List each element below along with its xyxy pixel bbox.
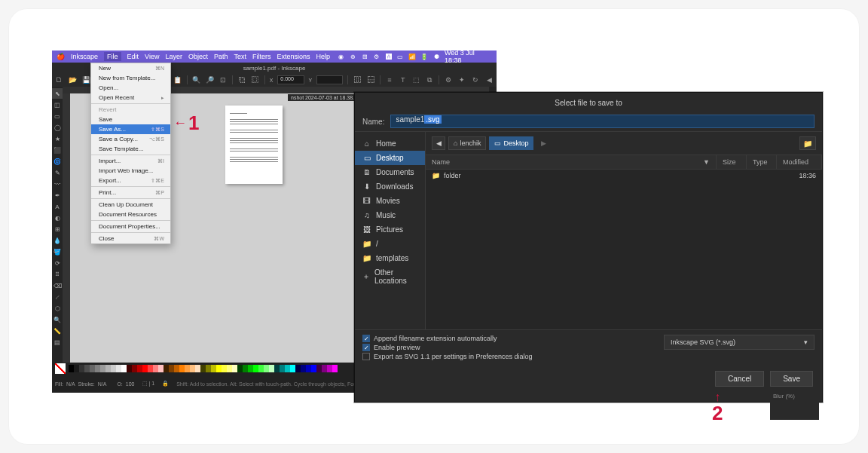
duplicate-icon[interactable]: ⿻ <box>237 75 246 85</box>
eraser-tool-icon[interactable]: ⌫ <box>52 280 63 291</box>
color-swatch[interactable] <box>211 365 216 372</box>
forward-button[interactable]: ▶ <box>536 136 550 150</box>
color-swatch[interactable] <box>132 365 137 372</box>
color-swatch[interactable] <box>237 365 243 372</box>
color-swatch[interactable] <box>285 365 290 372</box>
color-swatch[interactable] <box>274 365 280 372</box>
color-swatch[interactable] <box>111 365 116 372</box>
text-icon[interactable]: T <box>399 75 408 85</box>
menu-item[interactable]: Document Resources <box>91 210 170 219</box>
breadcrumb-parent[interactable]: ⌂lenchik <box>448 136 486 150</box>
menu-item[interactable]: Import...⌘I <box>91 156 170 166</box>
chevron-left-icon[interactable]: ◀ <box>484 75 494 85</box>
color-swatch[interactable] <box>148 365 153 372</box>
xml-icon[interactable]: ⬚ <box>412 75 421 85</box>
prefs-icon[interactable]: ⚙ <box>444 75 453 85</box>
sys-icon[interactable]: ⊞ <box>361 53 368 60</box>
sys-icon[interactable]: ⊕ <box>350 53 357 60</box>
new-icon[interactable]: 🗋 <box>55 75 64 85</box>
file-row[interactable]: 📁folder18:36 <box>426 170 822 182</box>
wifi-icon[interactable]: 📶 <box>408 53 416 60</box>
no-fill-swatch[interactable] <box>55 363 66 374</box>
sidebar-item[interactable]: 📁templates <box>355 251 425 265</box>
color-swatch[interactable] <box>206 365 211 372</box>
sys-icon[interactable]: ◉ <box>338 53 345 60</box>
zoom-tool-icon[interactable]: 🔍 <box>52 314 63 325</box>
sidebar-item[interactable]: ♫Music <box>355 208 425 222</box>
color-swatch[interactable] <box>169 365 174 372</box>
bezier-tool-icon[interactable]: 〰 <box>52 179 63 189</box>
col-modified[interactable]: Modified <box>777 155 822 169</box>
menu-item[interactable]: New from Template... <box>91 73 170 83</box>
color-swatch[interactable] <box>142 365 148 372</box>
col-name[interactable]: Name▼ <box>426 155 717 169</box>
save-button[interactable]: Save <box>770 371 813 387</box>
color-swatch[interactable] <box>269 365 274 372</box>
color-swatch[interactable] <box>127 365 132 372</box>
dropper-tool-icon[interactable]: 💧 <box>52 235 63 246</box>
sys-icon[interactable]: ▭ <box>397 53 405 60</box>
sidebar-item[interactable]: 🗎Documents <box>355 165 425 179</box>
menu-object[interactable]: Object <box>188 53 208 60</box>
y-input[interactable] <box>316 75 343 84</box>
circle-tool-icon[interactable]: ◯ <box>52 122 63 133</box>
menu-item[interactable]: Save <box>91 115 170 124</box>
x-input[interactable]: 0.000 <box>277 75 304 84</box>
col-type[interactable]: Type <box>747 155 777 169</box>
apple-icon[interactable]: 🍎 <box>57 53 65 60</box>
check-preview[interactable]: ✓Enable preview <box>362 344 533 351</box>
app-name[interactable]: Inkscape <box>71 53 98 60</box>
color-swatch[interactable] <box>280 365 285 372</box>
gradient-tool-icon[interactable]: ◐ <box>52 213 63 223</box>
menu-filters[interactable]: Filters <box>252 53 271 60</box>
color-swatch[interactable] <box>137 365 142 372</box>
color-swatch[interactable] <box>264 365 269 372</box>
paste-icon[interactable]: 📋 <box>173 75 182 85</box>
menu-item[interactable]: New⌘N <box>91 63 170 73</box>
sys-icon[interactable]: ⚙ <box>373 53 381 60</box>
zoom-fit-icon[interactable]: ⊡ <box>219 75 228 85</box>
document-page[interactable] <box>225 106 283 184</box>
menu-text[interactable]: Text <box>234 53 246 60</box>
cancel-button[interactable]: Cancel <box>715 371 764 387</box>
format-dropdown[interactable]: Inkscape SVG (*.svg)▾ <box>664 335 815 350</box>
lock-icon[interactable]: 🔒 <box>162 381 169 387</box>
zoom-in-icon[interactable]: 🔍 <box>192 75 201 85</box>
color-swatch[interactable] <box>222 365 227 372</box>
color-swatch[interactable] <box>258 365 264 372</box>
breadcrumb-current[interactable]: ▭Desktop <box>489 136 533 150</box>
menu-item[interactable]: Save a Copy...⌥⌘S <box>91 134 170 144</box>
color-swatch[interactable] <box>74 365 79 372</box>
color-swatch[interactable] <box>301 365 306 372</box>
filename-input[interactable]: sample1.svg <box>390 115 815 128</box>
rotate-icon[interactable]: ↻ <box>471 75 480 85</box>
control-center-icon[interactable]: ⚈ <box>432 53 440 60</box>
connector-tool-icon[interactable]: ⟋ <box>52 292 63 302</box>
menu-help[interactable]: Help <box>316 53 331 60</box>
layers-icon[interactable]: ⧉ <box>426 75 435 85</box>
color-swatch[interactable] <box>84 365 90 372</box>
color-swatch[interactable] <box>100 365 105 372</box>
align-icon[interactable]: ≡ <box>385 75 394 85</box>
sidebar-item[interactable]: ▭Desktop <box>355 151 425 165</box>
color-swatch[interactable] <box>95 365 100 372</box>
file-list[interactable]: 📁folder18:36 <box>426 170 822 329</box>
color-swatch[interactable] <box>153 365 158 372</box>
lpe-tool-icon[interactable]: ⬡ <box>52 303 63 314</box>
color-swatch[interactable] <box>216 365 222 372</box>
3dbox-tool-icon[interactable]: ⬛ <box>52 145 63 155</box>
color-swatch[interactable] <box>195 365 200 372</box>
sidebar-item[interactable]: 📁/ <box>355 237 425 251</box>
color-swatch[interactable] <box>327 365 332 372</box>
color-swatch[interactable] <box>322 365 327 372</box>
color-swatch[interactable] <box>253 365 258 372</box>
color-swatch[interactable] <box>174 365 179 372</box>
ungroup-icon[interactable]: ⿳ <box>366 75 375 85</box>
color-swatch[interactable] <box>248 365 253 372</box>
mesh-tool-icon[interactable]: ⊞ <box>52 224 63 234</box>
spray-tool-icon[interactable]: ⠿ <box>52 269 63 280</box>
zoom-out-icon[interactable]: 🔎 <box>205 75 214 85</box>
color-swatch[interactable] <box>79 365 84 372</box>
color-swatch[interactable] <box>116 365 121 372</box>
menu-item[interactable]: Print...⌘P <box>91 188 170 197</box>
